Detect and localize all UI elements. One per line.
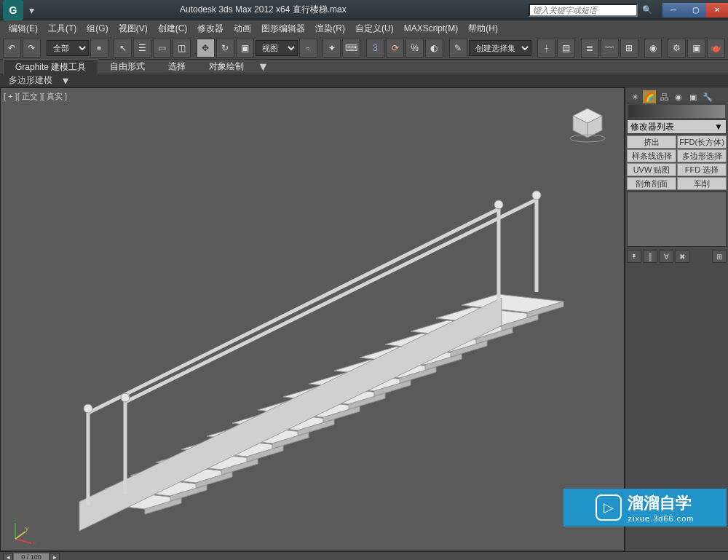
ribbon-bar: Graphite 建模工具 自由形式 选择 对象绘制 ▼ xyxy=(0,60,728,74)
ribbon-subpanel-label: 多边形建模 xyxy=(3,73,58,88)
menu-help[interactable]: 帮助(H) xyxy=(464,21,502,36)
render-frame-button[interactable]: ▣ xyxy=(687,39,705,58)
mod-uvw-map[interactable]: UVW 贴图 xyxy=(627,163,676,176)
render-button[interactable]: 🫖 xyxy=(707,39,725,58)
named-selection-dropdown[interactable]: 创建选择集 xyxy=(469,40,532,56)
svg-line-41 xyxy=(88,209,499,413)
align-button[interactable]: ▤ xyxy=(557,39,575,58)
hierarchy-panel-icon[interactable]: 品 xyxy=(657,90,670,103)
layers-button[interactable]: ≣ xyxy=(581,39,599,58)
select-button[interactable]: ↖ xyxy=(114,39,132,58)
redo-button[interactable]: ↷ xyxy=(23,39,41,58)
show-end-result-button[interactable]: ║ xyxy=(643,250,657,263)
watermark: ▷ 溜溜自学 zixue.3d66.com xyxy=(563,489,727,527)
pin-stack-button[interactable]: 🖈 xyxy=(627,250,641,263)
angle-snap-button[interactable]: ⟳ xyxy=(386,39,404,58)
staircase-model xyxy=(36,94,589,545)
mod-poly-select[interactable]: 多边形选择 xyxy=(677,149,727,162)
svg-text:x: x xyxy=(33,540,36,545)
mirror-button[interactable]: ⟊ xyxy=(537,39,555,58)
move-button[interactable]: ✥ xyxy=(197,39,215,58)
minimize-button[interactable]: ─ xyxy=(662,3,684,17)
svg-point-44 xyxy=(121,393,130,402)
edit-named-selection-button[interactable]: ✎ xyxy=(449,39,467,58)
selection-region-button[interactable]: ▭ xyxy=(153,39,171,58)
svg-line-51 xyxy=(15,532,25,539)
mod-ffd-box[interactable]: FFD(长方体) xyxy=(677,135,727,149)
reference-coord-dropdown[interactable]: 视图 xyxy=(256,40,298,56)
select-by-name-button[interactable]: ☰ xyxy=(133,39,151,58)
percent-snap-button[interactable]: % xyxy=(405,39,424,58)
menu-views[interactable]: 视图(V) xyxy=(114,21,152,36)
timeline: ◂ 0 / 100 ▸ 0 5 10 15 20 25 30 35 40 45 … xyxy=(0,551,728,560)
time-slider-handle[interactable]: 0 / 100 xyxy=(13,553,50,560)
modifier-stack[interactable] xyxy=(627,192,727,247)
mod-lathe[interactable]: 车削 xyxy=(677,177,727,190)
window-crossing-button[interactable]: ◫ xyxy=(173,39,191,58)
use-center-button[interactable]: ▫ xyxy=(299,39,317,58)
schematic-view-button[interactable]: ⊞ xyxy=(620,39,638,58)
ribbon-tab-paint[interactable]: 对象绘制 xyxy=(197,59,256,74)
main-toolbar: ↶ ↷ 全部 ⚭ ↖ ☰ ▭ ◫ ✥ ↻ ▣ 视图 ▫ ✦ ⌨ 3 ⟳ % ◐ … xyxy=(0,36,728,60)
svg-point-43 xyxy=(84,404,92,413)
time-slider-prev[interactable]: ◂ xyxy=(3,553,13,560)
ribbon-subpanel: 多边形建模 ▾ xyxy=(0,74,728,87)
menu-edit[interactable]: 编辑(E) xyxy=(4,21,42,36)
keyboard-shortcut-button[interactable]: ⌨ xyxy=(342,39,360,58)
watermark-url: zixue.3d66.com xyxy=(628,514,694,523)
spinner-snap-button[interactable]: ◐ xyxy=(425,39,443,58)
mod-extrude[interactable]: 挤出 xyxy=(627,135,676,149)
modify-panel-icon[interactable]: 🌈 xyxy=(643,90,656,103)
rotate-button[interactable]: ↻ xyxy=(216,39,234,58)
menubar: 编辑(E) 工具(T) 组(G) 视图(V) 创建(C) 修改器 动画 图形编辑… xyxy=(0,20,728,36)
link-button[interactable]: ⚭ xyxy=(90,39,108,58)
ribbon-dropdown-icon[interactable]: ▼ xyxy=(256,60,270,74)
mod-bevel-profile[interactable]: 剖角剖面 xyxy=(627,177,676,190)
scale-button[interactable]: ▣ xyxy=(236,39,254,58)
svg-text:z: z xyxy=(14,516,17,523)
search-icon[interactable]: 🔍 xyxy=(642,5,652,15)
render-setup-button[interactable]: ⚙ xyxy=(668,39,686,58)
menu-render[interactable]: 渲染(R) xyxy=(311,21,349,36)
close-button[interactable]: ✕ xyxy=(706,3,728,17)
selection-scope-dropdown[interactable]: 全部 xyxy=(47,40,89,56)
menu-tools[interactable]: 工具(T) xyxy=(44,21,81,36)
mod-spline-select[interactable]: 样条线选择 xyxy=(627,149,676,162)
modifier-list-dropdown[interactable]: 修改器列表▼ xyxy=(627,119,727,134)
remove-modifier-button[interactable]: ✖ xyxy=(675,250,689,263)
time-slider-next[interactable]: ▸ xyxy=(50,553,60,560)
menu-group[interactable]: 组(G) xyxy=(82,21,112,36)
window-title: Autodesk 3ds Max 2012 x64 直行楼梯.max xyxy=(180,4,347,16)
menu-grapheditors[interactable]: 图形编辑器 xyxy=(257,21,309,36)
quick-access-dropdown[interactable]: ▾ xyxy=(29,4,34,16)
help-search-input[interactable] xyxy=(529,4,638,17)
snap-toggle-button[interactable]: 3 xyxy=(366,39,384,58)
svg-text:y: y xyxy=(25,525,28,532)
curve-editor-button[interactable]: 〰 xyxy=(601,39,619,58)
select-manipulate-button[interactable]: ✦ xyxy=(323,39,341,58)
menu-customize[interactable]: 自定义(U) xyxy=(351,21,398,36)
configure-modifier-button[interactable]: ⊞ xyxy=(712,250,727,263)
ribbon-tab-selection[interactable]: 选择 xyxy=(157,59,197,74)
display-panel-icon[interactable]: ▣ xyxy=(687,90,700,103)
svg-marker-36 xyxy=(79,298,502,531)
viewport[interactable]: [ + ][ 正交 ][ 真实 ] xyxy=(0,87,625,551)
menu-modifiers[interactable]: 修改器 xyxy=(193,21,228,36)
app-icon[interactable]: G xyxy=(3,0,23,20)
mod-ffd-select[interactable]: FFD 选择 xyxy=(677,163,727,176)
undo-button[interactable]: ↶ xyxy=(3,39,21,58)
maximize-button[interactable]: ▢ xyxy=(684,3,706,17)
menu-animation[interactable]: 动画 xyxy=(229,21,256,36)
menu-create[interactable]: 创建(C) xyxy=(154,21,192,36)
object-color-swatch[interactable] xyxy=(628,105,725,118)
watermark-play-icon: ▷ xyxy=(596,494,622,521)
material-editor-button[interactable]: ◉ xyxy=(644,39,662,58)
motion-panel-icon[interactable]: ◉ xyxy=(672,90,685,103)
ribbon-tab-freeform[interactable]: 自由形式 xyxy=(98,59,157,74)
ribbon-sub-dropdown-icon[interactable]: ▾ xyxy=(58,74,73,87)
menu-maxscript[interactable]: MAXScript(M) xyxy=(400,22,463,35)
utilities-panel-icon[interactable]: 🔧 xyxy=(701,90,714,103)
create-panel-icon[interactable]: ✳ xyxy=(628,90,641,103)
make-unique-button[interactable]: ∀ xyxy=(659,250,673,263)
svg-line-49 xyxy=(15,539,31,543)
